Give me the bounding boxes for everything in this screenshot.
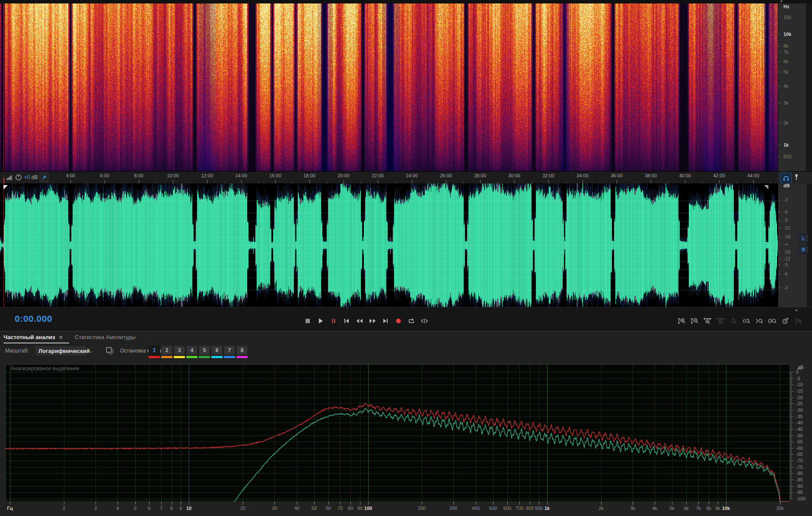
axis-tick [530, 502, 530, 505]
pushpin-icon[interactable] [793, 174, 799, 181]
channel-badge-left[interactable]: L [798, 234, 809, 243]
copy-frame-icon[interactable] [106, 347, 114, 355]
pin-marker-button[interactable] [40, 173, 48, 182]
hold-button-group: 5 [199, 346, 210, 358]
zoom-in-vertical-button[interactable] [675, 315, 688, 327]
transport-controls [301, 315, 431, 327]
axis-tick [547, 502, 548, 505]
waveform-canvas[interactable] [0, 183, 778, 307]
scale-value-label: 500 [783, 154, 791, 159]
zoom-to-in-point-button[interactable] [740, 315, 753, 327]
scale-tick [778, 244, 780, 244]
hold-button-7[interactable]: 7 [224, 346, 235, 355]
axis-label: 8 [170, 506, 173, 511]
splitter-grip[interactable] [400, 308, 411, 310]
axis-tick [601, 502, 602, 505]
axis-tick [539, 502, 539, 505]
scale-value-label: 7k [783, 49, 789, 54]
hold-button-4[interactable]: 4 [186, 346, 197, 355]
waveform-view[interactable] [0, 183, 778, 307]
axis-label: -75 [796, 465, 803, 470]
scale-menu-arrow-icon[interactable]: ▾ [780, 0, 783, 3]
hold-button-1[interactable]: 1 [149, 346, 160, 355]
axis-label: 4k [652, 506, 657, 511]
axis-label: 5 [134, 506, 137, 511]
axis-label: 500 [489, 506, 497, 511]
skip-start-icon [343, 317, 350, 324]
hold-color-bar [161, 356, 172, 358]
pause-icon [330, 317, 337, 324]
hold-button-2[interactable]: 2 [161, 346, 172, 355]
axis-tick [135, 502, 136, 505]
hold-button-group: 1 [149, 346, 160, 358]
pause-button[interactable] [327, 315, 340, 327]
hold-button-8[interactable]: 8 [236, 346, 248, 355]
time-label: 20:00 [338, 173, 350, 178]
spectrogram-view[interactable] [0, 3, 778, 171]
time-display[interactable]: 0:00.000 [15, 314, 52, 324]
play-button[interactable] [314, 315, 327, 327]
time-label: 18:00 [303, 173, 315, 178]
spectrogram-canvas[interactable] [0, 3, 778, 171]
corner-grip-right-icon[interactable] [764, 185, 768, 189]
loop-icon [408, 317, 415, 324]
scale-value-label: -18 [783, 234, 790, 239]
level-meter-icon[interactable] [6, 174, 13, 180]
corner-grip-left-icon[interactable] [3, 185, 8, 189]
scroll-up-arrow-icon[interactable]: ▲ [795, 308, 798, 312]
zoom-full-vertical-button[interactable] [792, 315, 805, 327]
rewind-icon [356, 317, 363, 324]
axis-tick [726, 502, 726, 505]
rewind-button[interactable] [353, 315, 366, 327]
axis-label: 7 [160, 506, 162, 511]
fast-forward-button[interactable] [366, 315, 379, 327]
channel-badge-right[interactable]: R [798, 245, 809, 254]
tab-frequency-analysis[interactable]: Частотный анализ ≡ [3, 334, 63, 340]
zoom-to-out-point-button[interactable] [753, 315, 766, 327]
axis-label: 20 [240, 506, 245, 511]
zoom-out-vertical-button[interactable] [688, 315, 701, 327]
scale-tick [778, 288, 780, 288]
hold-button-6[interactable]: 6 [211, 346, 223, 355]
reset-zoom-button[interactable] [779, 315, 792, 327]
skip-selection-button[interactable] [418, 315, 431, 327]
skip-to-start-button[interactable] [340, 315, 353, 327]
time-label: 44:00 [747, 173, 759, 178]
hold-button-5[interactable]: 5 [199, 346, 210, 355]
tab-amplitude-statistics[interactable]: Статистика Амплитуды [75, 334, 135, 340]
time-label: 34:00 [576, 173, 589, 178]
axis-label: -55 [796, 439, 803, 444]
time-label: 40:00 [679, 173, 691, 178]
time-label: 30:00 [508, 173, 520, 178]
axis-tick [360, 502, 360, 505]
stop-button[interactable] [301, 315, 314, 327]
loop-playback-button[interactable] [405, 315, 418, 327]
scale-dropdown[interactable]: Логарифмический ⌄ [35, 346, 86, 356]
record-icon [395, 317, 402, 324]
scale-value-label: -3 [783, 285, 788, 290]
panel-menu-icon[interactable]: ≡ [59, 334, 63, 340]
axis-label: 30 [272, 506, 277, 511]
top-splitter[interactable]: ▾ [0, 0, 812, 3]
active-tab-underline [3, 343, 69, 343]
record-button[interactable] [392, 315, 405, 327]
timeline-ruler[interactable]: 4:006:008:0010:0012:0014:0016:0018:0020:… [0, 171, 778, 184]
axis-label: -15 [796, 388, 803, 394]
monitor-headphones-button[interactable] [780, 173, 792, 184]
playhead[interactable] [3, 177, 4, 183]
axis-label: 700 [516, 506, 523, 511]
zoom-at-playhead-button[interactable] [727, 315, 740, 327]
skip-to-end-button[interactable] [379, 315, 392, 327]
gain-readout[interactable]: +0 dB [24, 174, 38, 180]
clock-gain-knob-icon[interactable] [15, 173, 22, 181]
frequency-scale: Hz 15k10k8k7k6k5k4k3k2k1k500 [778, 3, 807, 171]
zoom-in-horizontal-button[interactable] [701, 315, 714, 327]
scale-value-label: 5k [783, 69, 789, 74]
vertical-scroll-strip[interactable] [806, 3, 812, 307]
axis-label: -5 [796, 376, 800, 381]
splitter-grip[interactable] [400, 1, 411, 3]
axis-tick [328, 502, 329, 505]
zoom-to-selection-button[interactable] [766, 315, 779, 327]
hold-button-3[interactable]: 3 [174, 346, 185, 355]
zoom-out-horizontal-button[interactable] [714, 315, 727, 327]
